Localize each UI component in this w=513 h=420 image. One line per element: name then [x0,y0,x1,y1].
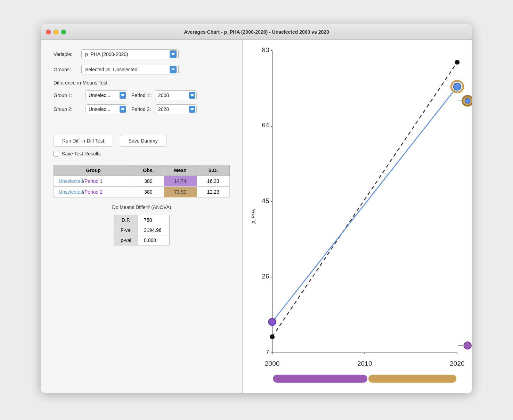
anova-label-0: D.F. [114,215,138,225]
groups-label: Groups: [54,67,81,72]
anova-table: D.F.758F-val3194.96p-val0.000 [114,215,170,245]
variable-row: Variable: p_PHA (2000-2020) [54,49,230,59]
anova-value-0: 758 [138,215,170,225]
svg-rect-18 [273,375,367,383]
window-title: Averages Chart - p_PHA (2000-2020) - Uns… [184,29,329,35]
title-bar: Averages Chart - p_PHA (2000-2020) - Uns… [41,24,472,40]
table-row-mean-0: 14.74 [164,176,197,187]
anova-label-2: p-val [114,235,138,245]
svg-point-27 [464,342,471,349]
group1-row: Group 1: Unselec... Period 1: 2000 [54,90,230,100]
svg-line-20 [272,62,457,337]
svg-text:64: 64 [262,122,269,129]
left-panel: Variable: p_PHA (2000-2020) Groups: Sele… [41,40,243,393]
svg-point-26 [455,60,459,65]
table-row-sd-1: 12.23 [197,187,229,197]
col-group: Group [54,165,133,176]
table-row-obs-0: 380 [133,176,164,187]
table-row-group-1: Unselected/Period 2 [54,187,133,197]
groups-select[interactable]: Selected vs. Unselected [81,65,179,74]
svg-text:26: 26 [262,273,269,280]
svg-text:2010: 2010 [357,360,372,368]
table-row-group-0: Unselected/Period 1 [54,176,133,187]
variable-label: Variable: [54,51,81,57]
right-panel: p_PHA 7 26 45 64 [243,40,472,393]
period1-select-wrapper[interactable]: 2000 [155,90,197,100]
svg-point-29 [465,98,470,104]
table-row-mean-1: 73.90 [164,187,197,197]
anova-title: Do Means Differ? (ANOVA) [54,204,230,210]
group2-row: Group 2: Unselec... Period 2: 2020 [54,104,230,114]
group2-select[interactable]: Unselec... [86,104,127,114]
group1-select[interactable]: Unselec... [86,90,127,100]
anova-value-2: 0.000 [138,235,170,245]
svg-point-24 [454,83,461,90]
col-sd: S.D. [197,165,229,176]
period2-select[interactable]: 2020 [155,104,197,114]
svg-point-22 [269,318,276,325]
diff-section: Difference-in-Means Test: Group 1: Unsel… [54,80,230,118]
table-row-obs-1: 380 [133,187,164,197]
main-content: Variable: p_PHA (2000-2020) Groups: Sele… [41,40,472,393]
group1-select-wrapper[interactable]: Unselec... [86,90,127,100]
group2-label: Group 2: [54,106,81,112]
svg-text:45: 45 [262,197,269,204]
buttons-row: Run Diff-in-Diff Test Save Dummy [54,135,230,147]
group2-select-wrapper[interactable]: Unselec... [86,104,127,114]
svg-text:2000: 2000 [265,360,280,368]
period1-label: Period 1: [131,92,151,98]
window-controls [46,30,66,34]
col-mean: Mean [164,165,197,176]
col-obs: Obs. [133,165,164,176]
svg-rect-19 [368,375,456,383]
variable-select-wrapper[interactable]: p_PHA (2000-2020) [81,49,179,59]
save-results-label: Save Test Results [62,151,101,156]
svg-text:2020: 2020 [450,360,465,368]
group1-label: Group 1: [54,92,81,98]
svg-text:83: 83 [262,46,269,54]
groups-select-wrapper[interactable]: Selected vs. Unselected [81,65,179,74]
chart-svg: 7 26 45 64 83 2000 2010 [243,40,472,393]
close-button[interactable] [46,30,51,34]
svg-line-21 [272,87,457,322]
diff-title: Difference-in-Means Test: [54,80,230,86]
anova-section: Do Means Differ? (ANOVA) D.F.758F-val319… [54,204,230,245]
svg-text:7: 7 [266,348,269,356]
run-diff-button[interactable]: Run Diff-in-Diff Test [54,135,113,147]
svg-point-23 [270,334,275,339]
save-results-row: Save Test Results [54,151,230,156]
stats-table: Group Obs. Mean S.D. Unselected/Period 1… [54,165,230,197]
maximize-button[interactable] [61,30,66,34]
save-dummy-button[interactable]: Save Dummy [120,135,166,147]
groups-row: Groups: Selected vs. Unselected [54,65,230,74]
minimize-button[interactable] [54,30,58,34]
period2-label: Period 2: [131,106,151,112]
period1-select[interactable]: 2000 [155,90,197,100]
save-results-checkbox[interactable] [54,151,59,156]
anova-label-1: F-val [114,225,138,235]
table-row-sd-0: 16.33 [197,176,229,187]
anova-value-1: 3194.96 [138,225,170,235]
variable-select[interactable]: p_PHA (2000-2020) [81,49,179,59]
period2-select-wrapper[interactable]: 2020 [155,104,197,114]
